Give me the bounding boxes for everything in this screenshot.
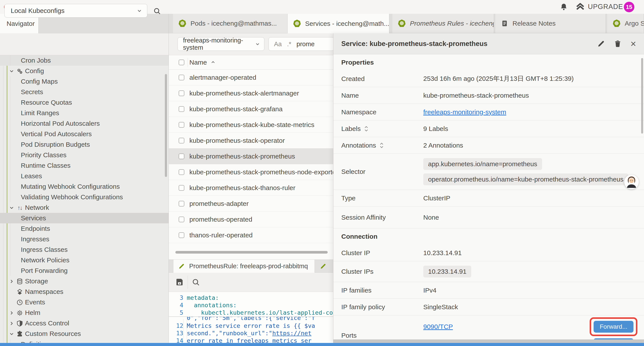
table-row[interactable]: prometheus-operated bbox=[169, 212, 333, 227]
sort-toggle-icon[interactable] bbox=[364, 125, 369, 132]
service-name: thanos-ruler-operated bbox=[190, 232, 253, 239]
search-icon[interactable] bbox=[153, 7, 161, 15]
select-all-checkbox[interactable] bbox=[179, 59, 184, 65]
sort-ascending-icon[interactable] bbox=[210, 60, 216, 65]
row-checkbox[interactable] bbox=[179, 169, 184, 175]
table-row[interactable]: kube-prometheus-stack-grafana bbox=[169, 101, 333, 117]
sidebar-item-limit-ranges[interactable]: Limit Ranges bbox=[0, 108, 169, 118]
kubeconfig-selected-value: Local Kubeconfigs bbox=[11, 7, 64, 14]
sidebar-item-leases[interactable]: Leases bbox=[0, 171, 169, 181]
delete-icon[interactable] bbox=[614, 40, 622, 48]
chevron-right-icon[interactable] bbox=[9, 310, 14, 316]
tab-services-icecheng-math[interactable]: Services - icecheng@math...× bbox=[288, 14, 389, 33]
sidebar-item-ingress-classes[interactable]: Ingress Classes bbox=[0, 244, 169, 255]
table-row[interactable]: kube-prometheus-stack-prometheus-node-ex… bbox=[169, 164, 333, 180]
row-checkbox[interactable] bbox=[179, 106, 184, 112]
tab-pods-icecheng-mathmas[interactable]: Pods - icecheng@mathmas... bbox=[173, 14, 288, 33]
table-row[interactable]: kube-prometheus-stack-alertmanager bbox=[169, 85, 333, 101]
tab-argo-se[interactable]: Argo Se bbox=[607, 14, 644, 33]
sidebar-item-mutating-webhook-configurations[interactable]: Mutating Webhook Configurations bbox=[0, 181, 169, 192]
table-row[interactable]: kube-prometheus-stack-thanos-ruler bbox=[169, 180, 333, 196]
tab-prometheus-rules-icecheng[interactable]: Prometheus Rules - icecheng... bbox=[392, 14, 494, 33]
editor-search-icon[interactable] bbox=[192, 278, 200, 287]
table-row[interactable]: prometheus-adapter bbox=[169, 196, 333, 212]
horizontal-scrollbar[interactable] bbox=[175, 251, 328, 254]
regex-toggle[interactable]: .* bbox=[287, 40, 291, 48]
sidebar-item-access-control[interactable]: Access Control bbox=[0, 318, 169, 329]
row-checkbox[interactable] bbox=[179, 122, 184, 128]
port-link[interactable]: 9090/TCP bbox=[423, 323, 453, 331]
sidebar-item-events[interactable]: Events bbox=[0, 297, 169, 308]
kubeconfig-select[interactable]: Local Kubeconfigs bbox=[4, 4, 147, 17]
service-name: kube-prometheus-stack-thanos-ruler bbox=[190, 184, 296, 192]
row-checkbox[interactable] bbox=[179, 201, 184, 207]
chevron-right-icon[interactable] bbox=[9, 321, 14, 326]
sidebar-item-custom-resources[interactable]: Custom Resources bbox=[0, 329, 169, 339]
forward-button[interactable]: Forward... bbox=[594, 321, 634, 333]
sidebar-item-vertical-pod-autoscalers[interactable]: Vertical Pod Autoscalers bbox=[0, 129, 169, 139]
sidebar-item-helm[interactable]: Helm bbox=[0, 308, 169, 318]
detail-scrollbar[interactable] bbox=[641, 58, 643, 134]
table-row[interactable]: kube-prometheus-stack-kube-state-metrics bbox=[169, 117, 333, 133]
app-window: ← → UPGRADE 15 Navigator Pods - icecheng… bbox=[0, 0, 644, 346]
table-row[interactable]: kube-prometheus-stack-operator bbox=[169, 133, 333, 148]
yaml-editor[interactable]: 3metadata:4 annotations:5 kubectl.kubern… bbox=[169, 292, 333, 343]
sidebar-item-runtime-classes[interactable]: Runtime Classes bbox=[0, 160, 169, 171]
sidebar-item-network[interactable]: ↑↓Network bbox=[0, 202, 169, 213]
detail-label-text: IP family policy bbox=[341, 303, 385, 311]
sidebar-item-resource-quotas[interactable]: Resource Quotas bbox=[0, 97, 169, 108]
editor-tab-next-partial[interactable] bbox=[315, 260, 333, 273]
notification-badge[interactable]: 15 bbox=[624, 2, 634, 12]
row-checkbox[interactable] bbox=[179, 185, 184, 191]
sidebar-item-config[interactable]: Config bbox=[0, 66, 169, 76]
user-avatar[interactable] bbox=[624, 175, 639, 189]
sidebar-item-secrets[interactable]: Secrets bbox=[0, 87, 169, 97]
updown-arrows-icon: ↑↓ bbox=[16, 204, 23, 211]
sidebar-item-port-forwarding[interactable]: Port Forwarding bbox=[0, 265, 169, 276]
upgrade-button[interactable]: UPGRADE bbox=[576, 2, 623, 11]
table-row[interactable]: alertmanager-operated bbox=[169, 70, 333, 85]
row-checkbox[interactable] bbox=[179, 138, 184, 143]
sidebar-item-pod-disruption-budgets[interactable]: Pod Disruption Budgets bbox=[0, 139, 169, 150]
sidebar-item-validating-webhook-configurations[interactable]: Validating Webhook Configurations bbox=[0, 192, 169, 202]
namespace-select[interactable]: freeleaps-monitoring-system bbox=[178, 37, 264, 51]
save-icon[interactable] bbox=[175, 278, 184, 287]
filter-input[interactable]: Aa .* prome bbox=[268, 37, 334, 51]
table-row[interactable]: kube-prometheus-stack-prometheus bbox=[169, 148, 333, 164]
detail-value: kube-prometheus-stack-prometheus bbox=[423, 92, 529, 99]
chevron-down-icon[interactable] bbox=[9, 68, 14, 74]
chevron-right-icon[interactable] bbox=[9, 279, 14, 284]
namespace-link[interactable]: freeleaps-monitoring-system bbox=[423, 108, 506, 116]
sort-toggle-icon[interactable] bbox=[379, 142, 384, 149]
sidebar-item-ingresses[interactable]: Ingresses bbox=[0, 234, 169, 244]
sidebar-item-storage[interactable]: Storage bbox=[0, 276, 169, 287]
sidebar-item-services[interactable]: Services bbox=[0, 213, 169, 223]
row-checkbox[interactable] bbox=[179, 153, 184, 159]
match-case-toggle[interactable]: Aa bbox=[274, 40, 282, 48]
bell-icon[interactable] bbox=[560, 3, 568, 11]
table-row[interactable]: thanos-ruler-operated bbox=[169, 227, 333, 243]
sidebar-item-horizontal-pod-autoscalers[interactable]: Horizontal Pod Autoscalers bbox=[0, 118, 169, 129]
sidebar-item-config-maps[interactable]: Config Maps bbox=[0, 76, 169, 87]
tab-release-notes[interactable]: Release Notes bbox=[496, 14, 606, 33]
sidebar-scrollbar[interactable] bbox=[165, 74, 167, 177]
row-checkbox[interactable] bbox=[179, 75, 184, 80]
sidebar-item-definitions[interactable]: Definitions bbox=[0, 339, 169, 343]
service-name: kube-prometheus-stack-alertmanager bbox=[190, 90, 299, 97]
row-checkbox[interactable] bbox=[179, 90, 184, 96]
edit-icon[interactable] bbox=[597, 40, 605, 48]
chevron-down-icon[interactable] bbox=[9, 331, 14, 337]
close-icon[interactable]: × bbox=[630, 40, 636, 48]
sidebar-item-priority-classes[interactable]: Priority Classes bbox=[0, 150, 169, 160]
sidebar-item-network-policies[interactable]: Network Policies bbox=[0, 255, 169, 265]
sidebar-item-namespaces[interactable]: Namespaces bbox=[0, 287, 169, 297]
row-checkbox[interactable] bbox=[179, 217, 184, 222]
detail-value: None bbox=[423, 214, 439, 221]
sidebar-item-cron-jobs[interactable]: Cron Jobs bbox=[0, 55, 169, 66]
sidebar-item-endpoints[interactable]: Endpoints bbox=[0, 223, 169, 234]
name-column-header[interactable]: Name bbox=[190, 59, 207, 66]
row-checkbox[interactable] bbox=[179, 232, 184, 238]
sidebar-item-label: Leases bbox=[21, 172, 42, 180]
editor-tab-prometheusrule[interactable]: PrometheusRule: freeleaps-prod-rabbitmq bbox=[173, 260, 315, 273]
chevron-down-icon[interactable] bbox=[9, 205, 14, 211]
